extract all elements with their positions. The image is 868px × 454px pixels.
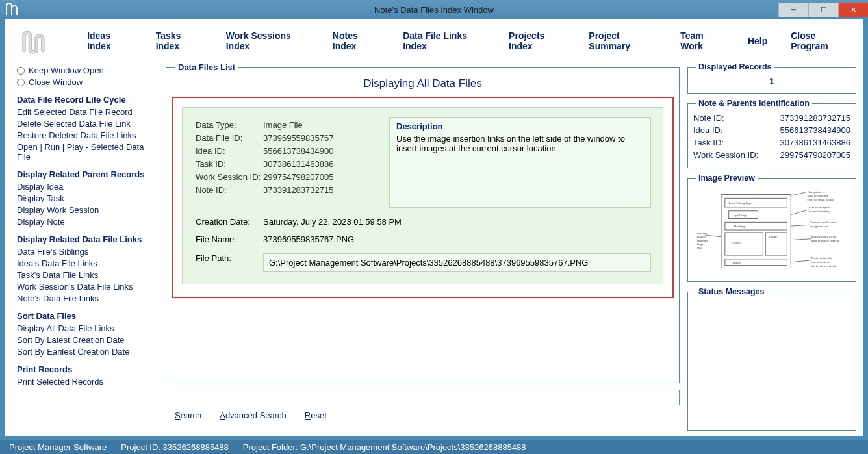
link-display-all[interactable]: Display All Data File Links xyxy=(17,323,155,333)
menu-data-file-links-index[interactable]: Data File Links Index xyxy=(403,31,485,51)
svg-rect-0 xyxy=(721,194,791,268)
link-print-selected[interactable]: Print Selected Records xyxy=(17,377,155,386)
maximize-button[interactable]: ☐ xyxy=(808,3,838,17)
svg-text:right or below content: right or below content xyxy=(811,239,839,242)
displayed-records-fieldset: Displayed Records 1 xyxy=(687,62,856,94)
svg-text:but is not in a fixed: but is not in a fixed xyxy=(811,264,836,268)
ident-note-value: 373391283732715 xyxy=(780,113,850,123)
reset-link[interactable]: Reset xyxy=(305,410,327,420)
svg-text:Images either go to: Images either go to xyxy=(811,235,836,238)
svg-text:Large Image: Large Image xyxy=(732,214,748,217)
image-preview-legend: Image Preview xyxy=(696,173,758,183)
right-panel: Displayed Records 1 Note & Parents Ident… xyxy=(687,62,856,431)
sidebar-heading-parents: Display Related Parent Records xyxy=(17,170,155,179)
close-button[interactable]: ✕ xyxy=(838,3,868,17)
link-ws-links[interactable]: Work Session's Data File Links xyxy=(17,282,155,292)
image-preview: Navigation —keep fixed at topeven on sma… xyxy=(693,185,850,276)
svg-text:size: size xyxy=(697,246,702,249)
link-display-task[interactable]: Display Task xyxy=(17,194,155,203)
ident-note-label: Note ID: xyxy=(693,113,724,123)
description-box: Description Use the image insertion link… xyxy=(389,117,651,208)
status-app-name: Project Manager Software xyxy=(9,442,107,452)
link-sort-earliest[interactable]: Sort By Earilest Creation Date xyxy=(17,347,155,357)
svg-text:larger: larger xyxy=(697,242,705,246)
link-sort-latest[interactable]: Sort By Latest Creation Date xyxy=(17,335,155,345)
link-display-note[interactable]: Display Note xyxy=(17,217,155,227)
ident-idea-value: 556613738434900 xyxy=(780,125,850,135)
ident-ws-label: Work Session ID: xyxy=(693,150,758,160)
value-ws-id: 299754798207005 xyxy=(263,172,333,182)
data-files-list-fieldset: Data Files List Displaying All Data File… xyxy=(166,62,680,383)
app-frame: Ideas Index Tasks Index Work Sessions In… xyxy=(5,19,863,436)
description-text: Use the image insertion links on the lef… xyxy=(396,134,644,153)
link-display-idea[interactable]: Display Idea xyxy=(17,182,155,192)
status-project-id: Project ID: 33526268885488 xyxy=(121,442,229,452)
svg-text:Less white space: Less white space xyxy=(809,206,830,209)
ident-idea-label: Idea ID: xyxy=(693,125,723,135)
main-content: Data Files List Displaying All Data File… xyxy=(166,62,680,431)
menu-help[interactable]: Help xyxy=(748,36,767,46)
sidebar-heading-print: Print Records xyxy=(17,364,155,374)
svg-text:columns: columns xyxy=(697,239,708,242)
svg-line-9 xyxy=(791,225,810,226)
radio-keep-window-open[interactable]: Keep Window Open xyxy=(17,66,155,75)
sidebar-heading-related-links: Display Related Data File Links xyxy=(17,234,155,244)
window-controls: ━ ☐ ✕ xyxy=(778,3,868,17)
menu-work-sessions-index[interactable]: Work Sessions Index xyxy=(226,31,309,51)
value-creation-date: Saturday, July 22, 2023 01:59:58 PM xyxy=(263,217,402,227)
value-idea-id: 556613738434900 xyxy=(263,146,333,156)
svg-text:Home   Tabing   Page: Home Tabing Page xyxy=(728,201,752,205)
value-file-path: G:\Project Management Software\Projects\… xyxy=(263,253,651,272)
menu-projects-index[interactable]: Projects Index xyxy=(509,31,565,51)
value-note-id: 373391283732715 xyxy=(263,185,333,195)
radio-icon xyxy=(17,79,25,86)
svg-text:Content: Content xyxy=(732,241,742,244)
link-tasks-links[interactable]: Task's Data File Links xyxy=(17,270,155,280)
link-restore-links[interactable]: Restore Deleted Data File Links xyxy=(17,131,155,140)
link-siblings[interactable]: Data File's Siblings xyxy=(17,247,155,257)
label-task-id: Task ID: xyxy=(196,159,263,169)
menu-notes-index[interactable]: Notes Index xyxy=(333,31,379,51)
link-ideas-links[interactable]: Idea's Data File Links xyxy=(17,259,155,268)
svg-text:nav can: nav can xyxy=(697,231,708,234)
link-edit-record[interactable]: Edit Selected Data File Record xyxy=(17,107,155,117)
selected-record-highlight: Data Type:Image File Data File ID:373969… xyxy=(172,97,674,298)
titlebar: Note's Data Files Index Window ━ ☐ ✕ xyxy=(0,0,868,19)
minimize-button[interactable]: ━ xyxy=(778,3,808,17)
radio-close-window[interactable]: Close Window xyxy=(17,77,155,87)
radio-icon xyxy=(17,67,25,75)
menu-tasks-index[interactable]: Tasks Index xyxy=(156,31,203,51)
sidebar-heading-lifecycle: Data File Record Life Cycle xyxy=(17,95,155,105)
label-ws-id: Work Session ID: xyxy=(196,172,263,182)
displayed-records-value: 1 xyxy=(693,74,850,88)
app-logo xyxy=(18,23,51,59)
svg-text:navigation bar: navigation bar xyxy=(810,225,828,228)
label-creation-date: Creation Date: xyxy=(196,217,263,227)
svg-text:around boundary: around boundary xyxy=(809,210,831,213)
search-input[interactable] xyxy=(166,390,680,405)
label-file-path: File Path: xyxy=(196,253,263,272)
svg-text:Footer is fixed at: Footer is fixed at xyxy=(811,257,833,260)
menu-team-work[interactable]: Team Work xyxy=(680,31,724,51)
displayed-records-legend: Displayed Records xyxy=(696,62,774,71)
link-delete-link[interactable]: Delete Selected Data File Link xyxy=(17,119,155,129)
svg-line-12 xyxy=(705,235,721,237)
identification-fieldset: Note & Parents Identification Note ID:37… xyxy=(687,99,856,168)
link-display-work-session[interactable]: Display Work Session xyxy=(17,205,155,215)
link-open-run-play[interactable]: Open | Run | Play - Selected Data File xyxy=(17,142,155,162)
menu-close-program[interactable]: Close Program xyxy=(791,31,850,51)
svg-text:Heading: Heading xyxy=(734,225,745,228)
menu-project-summary[interactable]: Project Summary xyxy=(589,31,657,51)
app-icon xyxy=(4,2,19,18)
svg-text:Content scrolls under: Content scrolls under xyxy=(810,221,837,224)
menu-ideas-index[interactable]: Ideas Index xyxy=(87,31,133,51)
link-notes-links[interactable]: Note's Data File Links xyxy=(17,294,155,303)
svg-line-8 xyxy=(791,210,808,215)
search-link[interactable]: Search xyxy=(175,410,201,420)
record-fields: Data Type:Image File Data File ID:373969… xyxy=(196,117,377,213)
advanced-search-link[interactable]: Advanced Search xyxy=(220,410,287,420)
window-title: Note's Data Files Index Window xyxy=(0,5,868,15)
status-messages-fieldset: Status Messages xyxy=(687,287,856,431)
ident-ws-value: 299754798207005 xyxy=(780,150,850,160)
data-file-record[interactable]: Data Type:Image File Data File ID:373969… xyxy=(182,107,663,284)
